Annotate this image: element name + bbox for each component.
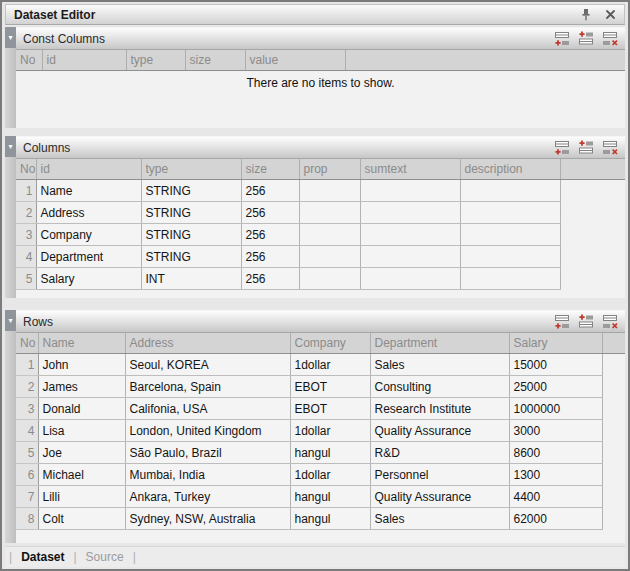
cell-salary[interactable]: 4400: [509, 486, 602, 508]
cell-type[interactable]: STRING: [141, 202, 241, 224]
cell-salary[interactable]: 3000: [509, 420, 602, 442]
cell-name[interactable]: John: [38, 354, 125, 376]
collapse-arrow-icon[interactable]: ▾: [5, 136, 16, 157]
cell-id[interactable]: Salary: [36, 268, 141, 290]
row-number[interactable]: 8: [16, 508, 38, 530]
col-header-description[interactable]: description: [460, 159, 560, 180]
col-header-prop[interactable]: prop: [299, 159, 360, 180]
cell-type[interactable]: STRING: [141, 180, 241, 202]
row-number[interactable]: 4: [16, 420, 38, 442]
cell-sumtext[interactable]: [360, 202, 460, 224]
col-header-no[interactable]: No: [16, 333, 38, 354]
cell-name[interactable]: Lilli: [38, 486, 125, 508]
cell-address[interactable]: Mumbai, India: [125, 464, 290, 486]
cell-company[interactable]: 1dollar: [290, 420, 370, 442]
col-header-department[interactable]: Department: [370, 333, 509, 354]
cell-prop[interactable]: [299, 180, 360, 202]
col-header-no[interactable]: No: [16, 50, 42, 71]
cell-address[interactable]: London, United Kingdom: [125, 420, 290, 442]
delete-row-icon[interactable]: [602, 314, 619, 329]
cell-company[interactable]: EBOT: [290, 376, 370, 398]
row-number[interactable]: 3: [16, 398, 38, 420]
col-header-id[interactable]: id: [36, 159, 141, 180]
cell-size[interactable]: 256: [241, 202, 299, 224]
col-header-sumtext[interactable]: sumtext: [360, 159, 460, 180]
add-row-icon[interactable]: [554, 140, 571, 155]
cell-department[interactable]: Consulting: [370, 376, 509, 398]
cell-department[interactable]: Sales: [370, 508, 509, 530]
col-header-size[interactable]: size: [185, 50, 245, 71]
cell-department[interactable]: Personnel: [370, 464, 509, 486]
collapse-arrow-icon[interactable]: ▾: [5, 27, 16, 48]
cell-address[interactable]: Califonia, USA: [125, 398, 290, 420]
cell-company[interactable]: 1dollar: [290, 354, 370, 376]
tab-dataset[interactable]: Dataset: [12, 550, 73, 564]
cell-address[interactable]: São Paulo, Brazil: [125, 442, 290, 464]
cell-name[interactable]: James: [38, 376, 125, 398]
cell-name[interactable]: Donald: [38, 398, 125, 420]
row-number[interactable]: 2: [16, 202, 36, 224]
cell-name[interactable]: Joe: [38, 442, 125, 464]
row-number[interactable]: 1: [16, 354, 38, 376]
cell-size[interactable]: 256: [241, 268, 299, 290]
row-number[interactable]: 5: [16, 442, 38, 464]
cell-sumtext[interactable]: [360, 224, 460, 246]
col-header-address[interactable]: Address: [125, 333, 290, 354]
cell-company[interactable]: 1dollar: [290, 464, 370, 486]
cell-size[interactable]: 256: [241, 246, 299, 268]
cell-department[interactable]: Sales: [370, 354, 509, 376]
cell-sumtext[interactable]: [360, 268, 460, 290]
cell-description[interactable]: [460, 202, 560, 224]
add-row-icon[interactable]: [554, 314, 571, 329]
row-number[interactable]: 4: [16, 246, 36, 268]
cell-id[interactable]: Address: [36, 202, 141, 224]
cell-sumtext[interactable]: [360, 246, 460, 268]
cell-sumtext[interactable]: [360, 180, 460, 202]
cell-name[interactable]: Lisa: [38, 420, 125, 442]
cell-description[interactable]: [460, 180, 560, 202]
col-header-id[interactable]: id: [42, 50, 126, 71]
cell-salary[interactable]: 8600: [509, 442, 602, 464]
row-number[interactable]: 5: [16, 268, 36, 290]
cell-salary[interactable]: 25000: [509, 376, 602, 398]
cell-type[interactable]: STRING: [141, 246, 241, 268]
cell-address[interactable]: Sydney, NSW, Australia: [125, 508, 290, 530]
col-header-no[interactable]: No: [16, 159, 36, 180]
insert-row-icon[interactable]: [578, 140, 595, 155]
close-icon[interactable]: [602, 7, 618, 22]
row-number[interactable]: 2: [16, 376, 38, 398]
cell-id[interactable]: Company: [36, 224, 141, 246]
cell-description[interactable]: [460, 246, 560, 268]
col-header-size[interactable]: size: [241, 159, 299, 180]
cell-description[interactable]: [460, 268, 560, 290]
cell-company[interactable]: hangul: [290, 486, 370, 508]
cell-salary[interactable]: 15000: [509, 354, 602, 376]
cell-department[interactable]: Quality Assurance: [370, 486, 509, 508]
cell-salary[interactable]: 62000: [509, 508, 602, 530]
col-header-type[interactable]: type: [141, 159, 241, 180]
cell-size[interactable]: 256: [241, 180, 299, 202]
cell-department[interactable]: R&D: [370, 442, 509, 464]
cell-company[interactable]: hangul: [290, 442, 370, 464]
cell-salary[interactable]: 1000000: [509, 398, 602, 420]
cell-address[interactable]: Seoul, KOREA: [125, 354, 290, 376]
add-row-icon[interactable]: [554, 31, 571, 46]
col-header-salary[interactable]: Salary: [509, 333, 602, 354]
cell-address[interactable]: Barcelona, Spain: [125, 376, 290, 398]
cell-prop[interactable]: [299, 246, 360, 268]
cell-address[interactable]: Ankara, Turkey: [125, 486, 290, 508]
collapse-arrow-icon[interactable]: ▾: [5, 310, 16, 331]
tab-source[interactable]: Source: [77, 550, 133, 564]
cell-department[interactable]: Research Institute: [370, 398, 509, 420]
col-header-type[interactable]: type: [126, 50, 185, 71]
cell-prop[interactable]: [299, 224, 360, 246]
col-header-value[interactable]: value: [245, 50, 345, 71]
cell-company[interactable]: EBOT: [290, 398, 370, 420]
cell-type[interactable]: INT: [141, 268, 241, 290]
delete-row-icon[interactable]: [602, 31, 619, 46]
row-number[interactable]: 3: [16, 224, 36, 246]
col-header-name[interactable]: Name: [38, 333, 125, 354]
insert-row-icon[interactable]: [578, 31, 595, 46]
cell-id[interactable]: Department: [36, 246, 141, 268]
cell-prop[interactable]: [299, 268, 360, 290]
